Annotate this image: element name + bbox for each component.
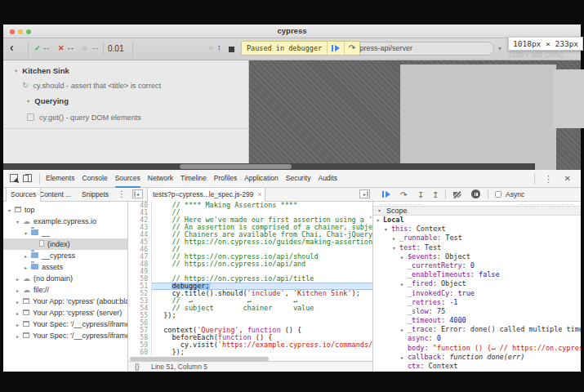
pretty-print-icon[interactable]: {} xyxy=(135,362,140,372)
code-line-53[interactable]: 53 // ↵ ↵ ↵ xyxy=(128,297,372,305)
line-number[interactable]: 48 xyxy=(128,261,150,268)
code-line-44[interactable]: 44 // Chainers are available from Chai, … xyxy=(128,231,372,238)
app-horizontal-scrollbar[interactable] xyxy=(3,163,535,170)
code-line-60[interactable]: 60 }); xyxy=(128,349,372,356)
suite-kitchen-sink[interactable]: ▾ Kitchen Sink xyxy=(3,65,248,77)
line-number[interactable]: 45 xyxy=(128,238,150,246)
scope-row-callback[interactable]: ▸callback: function done(err) xyxy=(373,353,581,362)
disclosure-triangle-icon[interactable]: ▸ xyxy=(16,333,23,339)
disclosure-triangle-icon[interactable]: ▸ xyxy=(16,287,23,293)
test-cy-get[interactable]: cy.get() - query DOM elements xyxy=(3,111,248,123)
disclosure-triangle-icon[interactable]: ▸ xyxy=(393,234,399,243)
line-number[interactable]: 60 xyxy=(128,349,150,356)
scope-row-async[interactable]: async: 0 xyxy=(373,334,581,343)
scope-row-this[interactable]: ▾this: Context xyxy=(373,225,581,234)
code-line-57[interactable]: 57 context('Querying', function () { xyxy=(128,327,372,334)
devtools-tab-network[interactable]: Network xyxy=(148,170,173,188)
scope-row-_slow[interactable]: _slow: 75 xyxy=(373,307,581,316)
code-line-58[interactable]: 58 beforeEach(function () { xyxy=(128,334,372,341)
badge-step-over-button[interactable]: ↷ xyxy=(344,42,359,55)
devtools-tab-security[interactable]: Security xyxy=(286,170,311,188)
disclosure-triangle-icon[interactable]: ▾ xyxy=(385,225,391,234)
line-number[interactable]: 56 xyxy=(128,319,150,327)
disclosure-triangle-icon[interactable]: ▾ xyxy=(25,230,31,236)
disclosure-triangle-icon[interactable]: ▾ xyxy=(393,244,399,252)
test-cy-should[interactable]: ↻ cy.should - assert that <title> is cor… xyxy=(3,79,248,91)
disclosure-triangle-icon[interactable]: ▸ xyxy=(16,276,23,282)
code-line-54[interactable]: 54 // subject chainer value xyxy=(128,305,372,312)
devtools-tab-sources[interactable]: Sources xyxy=(115,170,140,188)
line-number[interactable]: 59 xyxy=(128,341,150,349)
disclosure-triangle-icon[interactable]: ▸ xyxy=(401,253,408,261)
disclosure-triangle-icon[interactable]: ▾ xyxy=(8,207,15,213)
disclosure-triangle-icon[interactable]: ▸ xyxy=(401,326,408,334)
scope-section-header[interactable]: ▾ Scope xyxy=(373,206,581,216)
scope-row-_currentretry[interactable]: _currentRetry: 0 xyxy=(373,261,581,270)
scope-row-_runnable[interactable]: ▸_runnable: Test xyxy=(373,234,581,243)
disclosure-triangle-icon[interactable]: ▸ xyxy=(401,280,408,288)
code-line-46[interactable]: 46 // xyxy=(128,246,372,253)
line-number[interactable]: 44 xyxy=(128,231,150,238)
stop-button[interactable] xyxy=(229,47,234,52)
devtools-tab-audits[interactable]: Audits xyxy=(318,170,337,188)
line-number[interactable]: 43 xyxy=(128,224,150,231)
devtools-tab-profiles[interactable]: Profiles xyxy=(214,170,237,188)
tree-item-your-spec-cypress-iframes-i[interactable]: ▸Your Spec: '/__cypress/iframes/i xyxy=(3,318,127,330)
disclosure-triangle-icon[interactable]: ▸ xyxy=(16,322,23,327)
line-number[interactable]: 58 xyxy=(128,334,150,341)
code-line-40[interactable]: 40 // **** Making Assertions **** xyxy=(128,202,372,209)
suite-querying[interactable]: ▾ Querying xyxy=(3,95,248,107)
devtools-tab-timeline[interactable]: Timeline xyxy=(181,170,207,188)
scope-row-_trace[interactable]: ▸_trace: Error: done() called multiple t… xyxy=(373,325,581,334)
scope-row-$events[interactable]: ▸$events: Object xyxy=(373,252,581,261)
scope-row-test[interactable]: ▾test: Test xyxy=(373,243,581,252)
line-number[interactable]: 47 xyxy=(128,253,150,261)
disclosure-triangle-icon[interactable]: ▾ xyxy=(27,98,29,105)
toggle-drawer-icon[interactable]: ▸ xyxy=(359,189,370,198)
device-toolbar-icon[interactable] xyxy=(25,174,32,182)
tree-item--no-domain-[interactable]: ▸☁(no domain) xyxy=(3,273,127,284)
scope-row-local[interactable]: ▾Local xyxy=(373,216,581,225)
code-line-51[interactable]: 51 debugger; xyxy=(128,283,372,290)
step-over-button[interactable]: ↷ xyxy=(400,189,407,201)
line-number[interactable]: 41 xyxy=(128,209,150,216)
code-line-48[interactable]: 48 // https://on.cypress.io/api/and xyxy=(128,261,372,268)
tree-item--[interactable]: ▾__ xyxy=(3,227,127,238)
scope-row-_timeout[interactable]: _timeout: 4000 xyxy=(373,316,581,325)
editor-tab[interactable]: tests?p=cypress...le_spec.js-299× xyxy=(147,188,265,202)
devtools-close-icon[interactable]: ✕ xyxy=(564,170,571,188)
line-number[interactable]: 54 xyxy=(128,305,150,312)
tree-item-your-app-cypress-about-blank[interactable]: ▸Your App: 'cypress' (about:blank xyxy=(3,296,127,307)
line-number[interactable]: 42 xyxy=(128,216,150,224)
line-number[interactable]: 57 xyxy=(128,327,150,334)
code-line-50[interactable]: 50 // https://on.cypress.io/api/title xyxy=(128,275,372,283)
line-number[interactable]: 40 xyxy=(128,202,150,209)
disclosure-triangle-icon[interactable]: ▸ xyxy=(25,253,31,259)
left-panel-overflow-icon[interactable]: ⋮ xyxy=(118,188,126,201)
resume-script-button[interactable] xyxy=(382,191,390,198)
line-number[interactable]: 52 xyxy=(128,290,150,297)
scope-row-_retries[interactable]: _retries: -1 xyxy=(373,298,581,307)
line-number[interactable]: 49 xyxy=(128,268,150,275)
tree-item-top[interactable]: ▾top xyxy=(3,204,127,216)
async-checkbox[interactable] xyxy=(495,191,502,198)
scrollbar-thumb[interactable] xyxy=(130,357,269,361)
scope-row-body[interactable]: body: "function () {↵ // https://on.cypr… xyxy=(373,344,581,353)
code-line-43[interactable]: 43 // An assertion is comprised of a cha… xyxy=(128,224,372,231)
tab-close-icon[interactable]: × xyxy=(257,188,261,201)
tree-item-file-[interactable]: ▸☁file:// xyxy=(3,284,127,296)
scope-row-_invokedcy[interactable]: _invokedCy: true xyxy=(373,289,581,298)
line-number[interactable]: 50 xyxy=(128,275,150,283)
inspect-element-icon[interactable] xyxy=(10,174,18,182)
code-line-56[interactable]: 56 xyxy=(128,319,372,327)
scope-row-ctx[interactable]: ctx: Context xyxy=(373,362,581,371)
scope-row-_enabletimeouts[interactable]: _enableTimeouts: false xyxy=(373,270,581,279)
code-line-45[interactable]: 45 // https://on.cypress.io/guides/makin… xyxy=(128,238,372,246)
back-button[interactable]: ‹ xyxy=(10,41,14,54)
tree-item-example-cypress-io[interactable]: ▾☁example.cypress.io xyxy=(3,216,127,227)
tree-item--cypress[interactable]: ▸__cypress xyxy=(3,250,127,261)
code-line-59[interactable]: 59 cy.visit('https://example.cypress.io/… xyxy=(128,341,372,349)
toggle-navigator-icon[interactable]: ◂ xyxy=(132,189,143,198)
devtools-tab-elements[interactable]: Elements xyxy=(46,170,74,188)
pause-on-exceptions-icon[interactable] xyxy=(471,189,480,198)
